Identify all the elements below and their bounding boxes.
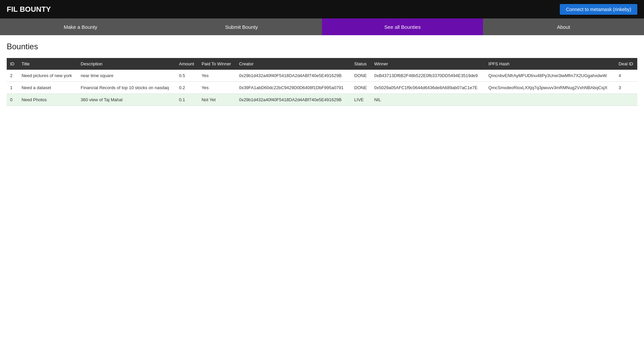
table-cell: 1 xyxy=(7,82,18,94)
table-cell: Need pictures of new york xyxy=(18,70,77,82)
col-deal-id: Deal ID xyxy=(615,58,637,70)
col-ipfs-hash: IPFS Hash xyxy=(485,58,615,70)
col-winner: Winner xyxy=(371,58,485,70)
table-cell: 0.5 xyxy=(176,70,198,82)
table-cell: 0x5029a05AFC1f9c0644d6436de8A689ab07aC1e… xyxy=(371,82,485,94)
app-title: FIL BOUNTY xyxy=(7,5,51,14)
table-cell: 0 xyxy=(7,94,18,106)
table-cell: DONE xyxy=(351,82,371,94)
table-cell: QmcnbvENfrAyMFUDtnu48Py3Unei3iwMfm7X2UGg… xyxy=(485,70,615,82)
table-cell xyxy=(485,94,615,106)
header: FIL BOUNTY Connect to metamask (rinkeby) xyxy=(0,0,644,18)
main-content: Bounties ID Title Description Amount Pai… xyxy=(0,35,644,113)
nav-make-bounty[interactable]: Make a Bounty xyxy=(0,18,161,35)
table-body: 2Need pictures of new yorknear time squa… xyxy=(7,70,637,106)
nav-see-all-bounties[interactable]: See all Bounties xyxy=(322,18,483,35)
table-header-row: ID Title Description Amount Paid To Winn… xyxy=(7,58,637,70)
table-cell: Need Photos xyxy=(18,94,77,106)
table-cell: DONE xyxy=(351,70,371,82)
table-cell: Financial Records of top 10 stocks on na… xyxy=(77,82,176,94)
table-cell: 0.2 xyxy=(176,82,198,94)
table-cell: 0.1 xyxy=(176,94,198,106)
table-cell: Need a dataset xyxy=(18,82,77,94)
table-row[interactable]: 0Need Photos360 view of Taj Mahal0.1Not … xyxy=(7,94,637,106)
col-creator: Creator xyxy=(236,58,351,70)
table-cell: 0x39FA1abD60dc22bC9429D0D6408f1DbF995a07… xyxy=(236,82,351,94)
page-title: Bounties xyxy=(7,42,637,51)
bounties-table: ID Title Description Amount Paid To Winn… xyxy=(7,58,637,106)
table-row[interactable]: 1Need a datasetFinancial Records of top … xyxy=(7,82,637,94)
table-row[interactable]: 2Need pictures of new yorknear time squa… xyxy=(7,70,637,82)
col-status: Status xyxy=(351,58,371,70)
table-cell: Not Yet xyxy=(198,94,236,106)
table-cell xyxy=(615,94,637,106)
table-cell: 4 xyxy=(615,70,637,82)
table-cell: 360 view of Taj Mahal xyxy=(77,94,176,106)
nav-about[interactable]: About xyxy=(483,18,644,35)
table-cell: LIVE xyxy=(351,94,371,106)
col-amount: Amount xyxy=(176,58,198,70)
nav-submit-bounty[interactable]: Submit Bounty xyxy=(161,18,322,35)
table-cell: NIL xyxy=(371,94,485,106)
table-cell: Yes xyxy=(198,70,236,82)
nav-bar: Make a Bounty Submit Bounty See all Boun… xyxy=(0,18,644,35)
table-cell: near time square xyxy=(77,70,176,82)
col-id: ID xyxy=(7,58,18,70)
col-paid-to-winner: Paid To Winner xyxy=(198,58,236,70)
table-cell: 3 xyxy=(615,82,637,94)
col-title: Title xyxy=(18,58,77,70)
connect-metamask-button[interactable]: Connect to metamask (rinkeby) xyxy=(560,4,637,15)
table-cell: Yes xyxy=(198,82,236,94)
table-cell: 0x29b1d432a40f40F5418DA2d4ABf740e5E49162… xyxy=(236,70,351,82)
table-cell: QmcSmxdeoRioxLXXjq7q3pwuvv3mRMNug2VxhNBA… xyxy=(485,82,615,94)
table-cell: 2 xyxy=(7,70,18,82)
table-cell: 0xB43713Df6B2F48b522E0fb3370DD5494E3519d… xyxy=(371,70,485,82)
col-description: Description xyxy=(77,58,176,70)
table-cell: 0x29b1d432a40f40F5418DA2d4ABf740e5E49162… xyxy=(236,94,351,106)
